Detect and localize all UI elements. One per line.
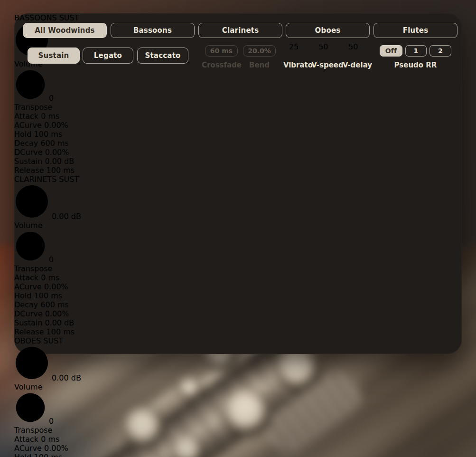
param-name: DCurve — [14, 309, 43, 318]
param-row: Sustain 0.00 dB — [14, 157, 462, 166]
pseudo-rr-1-button[interactable]: 1 — [405, 45, 427, 57]
param-value[interactable]: 100 ms — [34, 291, 63, 300]
tab-flutes[interactable]: Flutes — [373, 23, 457, 38]
param-name: Hold — [14, 291, 31, 300]
knob-row: 0.00 dB Volume 0 Transpose — [14, 345, 462, 435]
bend-value[interactable]: 20.0% — [243, 45, 276, 57]
param-row: Hold 100 ms — [14, 453, 462, 457]
transpose-value: 0 — [49, 255, 54, 264]
param-name: Attack — [14, 435, 38, 444]
pseudo-rr-label: Pseudo RR — [380, 61, 451, 69]
param-name: ACurve — [14, 282, 42, 291]
param-value[interactable]: 100 ms — [34, 130, 63, 139]
vibrato-label: Vibrato — [281, 61, 315, 69]
tab-bassoons[interactable]: Bassoons — [111, 23, 195, 38]
tab-clarinets[interactable]: Clarinets — [198, 23, 282, 38]
transpose-value: 0 — [49, 94, 54, 103]
articulation-staccato[interactable]: Staccato — [137, 48, 188, 64]
pseudo-rr-off-button[interactable]: Off — [380, 45, 402, 57]
volume-value: 0.00 dB — [52, 373, 81, 382]
param-name: ACurve — [14, 444, 42, 453]
crossfade-label: Crossfade — [201, 61, 242, 69]
param-row: Attack 0 ms — [14, 435, 462, 444]
bend-label: Bend — [243, 61, 276, 69]
transpose-label: Transpose — [14, 264, 462, 273]
param-value[interactable]: 100 ms — [34, 453, 63, 457]
param-list: Attack 0 ms ACurve 0.00% Hold 100 ms Dec… — [14, 112, 462, 175]
param-row: Release 100 ms — [14, 166, 462, 175]
param-name: Sustain — [14, 318, 42, 327]
param-row: ACurve 0.00% — [14, 282, 462, 291]
param-row: Attack 0 ms — [14, 273, 462, 282]
param-name: Decay — [14, 300, 38, 309]
param-row: Decay 600 ms — [14, 139, 462, 148]
param-name: DCurve — [14, 148, 43, 157]
volume-knob[interactable]: 0.00 dB — [14, 184, 462, 221]
transpose-value: 0 — [49, 417, 54, 426]
param-value[interactable]: 0.00 dB — [45, 157, 74, 166]
param-name: Decay — [14, 139, 38, 148]
group-title: BASSOONS SUST — [14, 13, 462, 22]
transpose-knob[interactable]: 0 — [14, 68, 462, 103]
group-panel: OBOES SUST 0.00 dB Volume 0 Tran — [14, 336, 462, 457]
param-value[interactable]: 0.00% — [44, 282, 68, 291]
param-row: Decay 600 ms — [14, 300, 462, 309]
param-row: DCurve 0.00% — [14, 309, 462, 318]
volume-value: 0.00 dB — [52, 212, 81, 221]
param-list: Attack 0 ms ACurve 0.00% Hold 100 ms Dec… — [14, 435, 462, 457]
param-value[interactable]: 600 ms — [40, 139, 69, 148]
v-speed-label: V-speed — [311, 61, 344, 69]
param-value[interactable]: 0.00% — [45, 148, 69, 157]
v-delay-knob[interactable]: 50 — [348, 42, 366, 60]
param-value[interactable]: 0.00 dB — [45, 318, 74, 327]
param-name: Attack — [14, 273, 38, 282]
transpose-knob[interactable]: 0 — [14, 230, 462, 264]
param-name: ACurve — [14, 121, 42, 130]
tab-all-woodwinds[interactable]: All Woodwinds — [23, 23, 107, 38]
param-value[interactable]: 0.00% — [45, 309, 69, 318]
param-row: Release 100 ms — [14, 327, 462, 336]
param-row: ACurve 0.00% — [14, 121, 462, 130]
articulation-legato[interactable]: Legato — [83, 48, 133, 64]
param-value[interactable]: 0.00% — [44, 121, 68, 130]
param-value[interactable]: 600 ms — [40, 300, 69, 309]
v-delay-label: V-delay — [341, 61, 374, 69]
param-row: DCurve 0.00% — [14, 148, 462, 157]
tab-oboes[interactable]: Oboes — [286, 23, 370, 38]
articulation-sustain[interactable]: Sustain — [28, 48, 80, 64]
param-value[interactable]: 0 ms — [41, 112, 59, 121]
pseudo-rr-2-button[interactable]: 2 — [429, 45, 451, 57]
param-value[interactable]: 0 ms — [41, 435, 59, 444]
param-value[interactable]: 0.00% — [44, 444, 68, 453]
knob-row: 0.00 dB Volume 0 Transpose — [14, 184, 462, 273]
crossfade-value[interactable]: 60 ms — [205, 45, 238, 57]
param-value[interactable]: 100 ms — [47, 327, 75, 336]
param-row: ACurve 0.00% — [14, 444, 462, 453]
volume-knob[interactable]: 0.00 dB — [14, 345, 462, 382]
group-title: OBOES SUST — [14, 336, 462, 345]
param-list: Attack 0 ms ACurve 0.00% Hold 100 ms Dec… — [14, 273, 462, 336]
param-row: Sustain 0.00 dB — [14, 318, 462, 327]
param-name: Hold — [14, 453, 31, 457]
transpose-knob[interactable]: 0 — [14, 391, 462, 426]
groups-grid: BASSOONS SUST 0.00 dB Volume 0 T — [14, 13, 462, 457]
plugin-panel: All Woodwinds Bassoons Clarinets Oboes F… — [14, 13, 462, 354]
param-value[interactable]: 0 ms — [41, 273, 59, 282]
param-name: Release — [14, 166, 44, 175]
param-value[interactable]: 100 ms — [47, 166, 75, 175]
v-speed-knob[interactable]: 50 — [318, 42, 336, 60]
param-row: Hold 100 ms — [14, 130, 462, 139]
transpose-label: Transpose — [14, 103, 462, 112]
volume-label: Volume — [14, 221, 462, 230]
param-row: Attack 0 ms — [14, 112, 462, 121]
vibrato-knob[interactable]: 25 — [289, 42, 307, 60]
param-name: Release — [14, 327, 44, 336]
transpose-label: Transpose — [14, 426, 462, 435]
group-panel: CLARINETS SUST 0.00 dB Volume 0 — [14, 175, 462, 336]
param-name: Hold — [14, 130, 31, 139]
param-row: Hold 100 ms — [14, 291, 462, 300]
volume-label: Volume — [14, 382, 462, 391]
param-name: Attack — [14, 112, 38, 121]
param-name: Sustain — [14, 157, 42, 166]
group-title: CLARINETS SUST — [14, 175, 462, 184]
